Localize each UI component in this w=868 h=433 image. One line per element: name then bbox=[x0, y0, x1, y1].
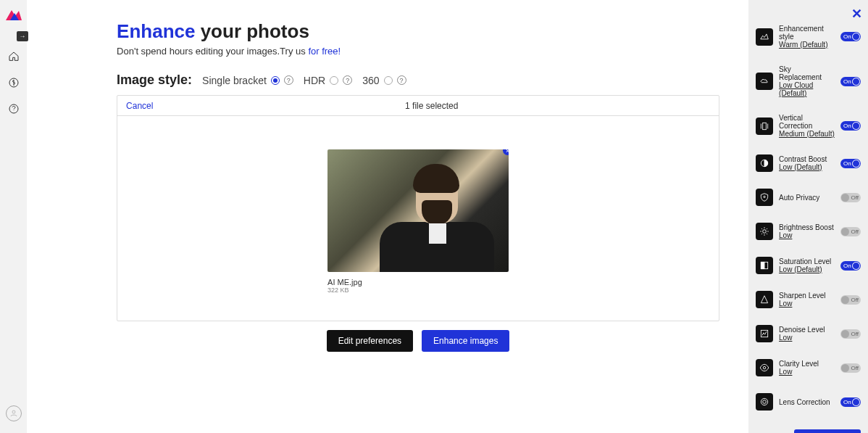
help-icon[interactable]: ? bbox=[397, 75, 406, 85]
setting-toggle[interactable]: Off bbox=[840, 193, 861, 202]
thumbnail-image: × bbox=[327, 149, 509, 272]
setting-title: Clarity Level bbox=[779, 360, 835, 368]
svg-rect-3 bbox=[763, 123, 767, 129]
cancel-link[interactable]: Cancel bbox=[126, 101, 153, 111]
svg-point-5 bbox=[764, 196, 765, 197]
setting-row: Saturation LevelLow (Default)On bbox=[756, 257, 861, 274]
radio-single[interactable] bbox=[271, 76, 280, 85]
file-thumbnail: × AI ME.jpg 322 KB bbox=[327, 149, 509, 294]
try-free-link[interactable]: for free! bbox=[308, 46, 341, 57]
setting-toggle[interactable]: On bbox=[840, 121, 861, 131]
setting-value-link[interactable]: Low (Default) bbox=[779, 265, 835, 273]
edit-preferences-button[interactable]: Edit preferences bbox=[327, 330, 413, 352]
setting-title: Brightness Boost bbox=[779, 223, 835, 231]
setting-toggle[interactable]: On bbox=[840, 159, 861, 168]
setting-toggle[interactable]: On bbox=[840, 32, 861, 41]
radio-360[interactable] bbox=[384, 76, 393, 85]
setting-row: Brightness BoostLowOff bbox=[756, 223, 861, 240]
logo-icon bbox=[4, 9, 23, 22]
contrast-icon bbox=[756, 154, 773, 172]
setting-toggle[interactable]: Off bbox=[840, 227, 861, 236]
setting-value-link[interactable]: Low bbox=[779, 231, 835, 239]
radio-hdr[interactable] bbox=[330, 76, 338, 85]
setting-title: Sharpen Level bbox=[779, 292, 835, 300]
vertical-icon bbox=[756, 117, 773, 135]
setting-toggle[interactable]: On bbox=[840, 397, 861, 407]
style-option-hdr[interactable]: HDR ? bbox=[304, 75, 352, 86]
setting-title: Denoise Level bbox=[779, 326, 835, 334]
setting-toggle[interactable]: Off bbox=[840, 329, 861, 339]
setting-title: Saturation Level bbox=[779, 257, 835, 265]
svg-point-11 bbox=[761, 398, 767, 405]
lens-icon bbox=[756, 393, 773, 411]
sharpen-icon bbox=[756, 291, 773, 308]
svg-point-12 bbox=[763, 400, 767, 404]
setting-value-link[interactable]: Warm (Default) bbox=[779, 41, 835, 49]
setting-row: Auto PrivacyOff bbox=[756, 189, 861, 206]
remove-file-button[interactable]: × bbox=[503, 149, 509, 155]
setting-row: Vertical CorrectionMedium (Default)On bbox=[756, 114, 861, 138]
setting-value-link[interactable]: Low bbox=[779, 300, 835, 308]
clarity-icon bbox=[756, 359, 773, 376]
svg-rect-8 bbox=[761, 262, 764, 268]
setting-toggle[interactable]: Off bbox=[840, 363, 861, 373]
saturation-icon bbox=[756, 257, 773, 274]
setting-toggle[interactable]: On bbox=[840, 77, 861, 86]
setting-title: Lens Correction bbox=[779, 398, 835, 406]
help-icon[interactable] bbox=[8, 103, 20, 115]
image-style-label: Image style: bbox=[117, 73, 192, 88]
page-subtitle: Don't spend hours editing your images.Tr… bbox=[117, 46, 719, 57]
setting-row: Enhancement styleWarm (Default)On bbox=[756, 25, 861, 49]
style-option-single[interactable]: Single bracket ? bbox=[202, 75, 293, 86]
file-dropzone: Cancel 1 file selected × AI ME.jpg 322 K… bbox=[117, 95, 719, 321]
setting-title: Auto Privacy bbox=[779, 194, 835, 202]
sky-icon bbox=[756, 73, 773, 90]
setting-title: Enhancement style bbox=[779, 25, 835, 41]
setting-toggle[interactable]: Off bbox=[840, 295, 861, 305]
privacy-icon bbox=[756, 189, 773, 206]
setting-title: Vertical Correction bbox=[779, 114, 835, 130]
avatar-button[interactable] bbox=[6, 405, 22, 421]
help-icon[interactable]: ? bbox=[284, 75, 293, 85]
denoise-icon bbox=[756, 325, 773, 342]
setting-toggle[interactable]: On bbox=[840, 261, 861, 271]
svg-point-6 bbox=[763, 230, 767, 234]
image-style-row: Image style: Single bracket ? HDR ? 360 … bbox=[117, 73, 719, 88]
setting-row: Denoise LevelLowOff bbox=[756, 325, 861, 342]
style-option-360[interactable]: 360 ? bbox=[362, 75, 406, 86]
file-name: AI ME.jpg bbox=[327, 278, 509, 286]
file-size: 322 KB bbox=[327, 286, 509, 294]
setting-value-link[interactable]: Medium (Default) bbox=[779, 130, 835, 138]
setting-title: Sky Replacement bbox=[779, 65, 835, 81]
setting-row: Clarity LevelLowOff bbox=[756, 359, 861, 376]
enhancement-icon bbox=[756, 28, 773, 46]
setting-row: Sky ReplacementLow Cloud (Default)On bbox=[756, 65, 861, 97]
file-count: 1 file selected bbox=[153, 101, 710, 111]
settings-panel: ✕ Enhancement styleWarm (Default)OnSky R… bbox=[748, 0, 868, 433]
setting-title: Contrast Boost bbox=[779, 155, 835, 163]
enhance-images-button[interactable]: Enhance images bbox=[422, 330, 509, 352]
close-panel-button[interactable]: ✕ bbox=[851, 6, 862, 22]
svg-point-10 bbox=[763, 366, 766, 369]
setting-value-link[interactable]: Low bbox=[779, 334, 835, 342]
main-content: Enhance your photos Don't spend hours ed… bbox=[27, 0, 748, 433]
setting-value-link[interactable]: Low (Default) bbox=[779, 163, 835, 171]
svg-point-2 bbox=[12, 411, 15, 413]
setting-value-link[interactable]: Low Cloud (Default) bbox=[779, 81, 835, 97]
left-nav: → bbox=[0, 0, 27, 433]
setting-row: Lens CorrectionOn bbox=[756, 393, 861, 411]
page-title: Enhance your photos bbox=[117, 20, 719, 43]
pricing-icon[interactable] bbox=[8, 77, 20, 88]
home-icon[interactable] bbox=[8, 51, 20, 62]
setting-row: Sharpen LevelLowOff bbox=[756, 291, 861, 308]
help-icon[interactable]: ? bbox=[343, 75, 352, 85]
setting-value-link[interactable]: Low bbox=[779, 368, 835, 376]
brightness-icon bbox=[756, 223, 773, 240]
panel-enhance-button[interactable]: Enhance images bbox=[794, 429, 861, 433]
setting-row: Contrast BoostLow (Default)On bbox=[756, 154, 861, 172]
